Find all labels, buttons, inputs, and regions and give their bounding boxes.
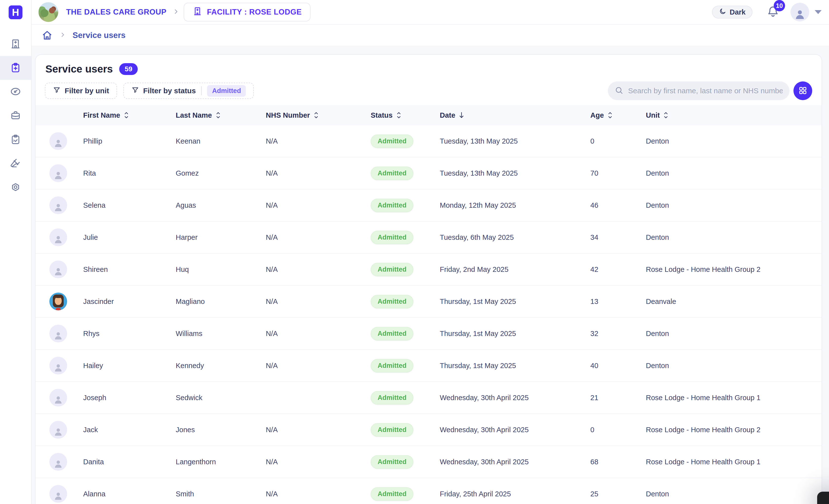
status-badge: Admitted [371, 134, 413, 148]
sidebar-item-service-users[interactable] [0, 56, 31, 80]
status-cell: Admitted [371, 295, 440, 308]
last-name-cell: Keenan [176, 137, 266, 145]
filter-by-unit-label: Filter by unit [65, 87, 109, 95]
status-cell: Admitted [371, 166, 440, 180]
facility-building-icon [10, 38, 21, 50]
dark-mode-toggle[interactable]: Dark [712, 6, 753, 18]
table-row[interactable]: Jack Jones N/A Admitted Wednesday, 30th … [36, 414, 822, 446]
nhs-number-cell: N/A [266, 426, 371, 434]
avatar-placeholder [49, 132, 67, 150]
status-badge: Admitted [371, 295, 413, 308]
table-header-first-name[interactable]: First Name [83, 111, 176, 119]
table-row[interactable]: Jascinder Magliano N/A Admitted Thursday… [36, 286, 822, 318]
nhs-number-cell: N/A [266, 362, 371, 370]
date-cell: Tuesday, 13th May 2025 [440, 137, 590, 145]
chevron-down-icon[interactable] [815, 10, 822, 14]
table-row[interactable]: Julie Harper N/A Admitted Tuesday, 6th M… [36, 222, 822, 254]
last-name-cell: Williams [176, 329, 266, 338]
breadcrumb-current-page[interactable]: Service users [73, 31, 125, 40]
date-cell: Thursday, 1st May 2025 [440, 329, 590, 338]
sidebar-item-facility[interactable] [0, 32, 31, 56]
status-badge: Admitted [371, 359, 413, 373]
table-row[interactable]: Danita Langenthorn N/A Admitted Wednesda… [36, 446, 822, 478]
table-row[interactable]: Phillip Keenan N/A Admitted Tuesday, 13t… [36, 125, 822, 157]
avatar-cell [36, 325, 83, 342]
nhs-number-cell: N/A [266, 137, 371, 145]
sidebar: H [0, 0, 32, 504]
person-icon [53, 395, 63, 406]
home-icon[interactable] [41, 30, 53, 41]
sidebar-item-tasks[interactable] [0, 128, 31, 152]
sidebar-item-workspace[interactable] [0, 104, 31, 128]
date-cell: Wednesday, 30th April 2025 [440, 426, 590, 434]
person-icon [794, 9, 806, 22]
facility-selector-button[interactable]: FACILITY : ROSE LODGE [184, 3, 311, 22]
first-name-cell: Selena [83, 201, 176, 209]
table-row[interactable]: Joseph Sedwick Admitted Wednesday, 30th … [36, 382, 822, 414]
person-icon [53, 363, 63, 375]
nhs-number-cell: N/A [266, 329, 371, 338]
table-header-unit[interactable]: Unit [646, 111, 822, 119]
status-badge: Admitted [371, 231, 413, 244]
filter-by-unit-button[interactable]: Filter by unit [45, 83, 117, 99]
table-row[interactable]: Rita Gomez N/A Admitted Tuesday, 13th Ma… [36, 157, 822, 190]
unit-cell: Rose Lodge - Home Health Group 2 [646, 265, 822, 274]
table-header-nhs-number[interactable]: NHS Number [266, 111, 371, 119]
age-cell: 0 [590, 137, 646, 145]
organisation-name[interactable]: THE DALES CARE GROUP [66, 8, 166, 16]
sidebar-item-dashboard[interactable] [0, 80, 31, 104]
sort-updown-icon [607, 111, 613, 119]
app-window: H [0, 0, 829, 504]
grid-view-button[interactable] [793, 81, 812, 100]
settings-nut-icon [10, 182, 21, 194]
last-name-cell: Sedwick [176, 394, 266, 402]
user-avatar[interactable] [791, 3, 809, 22]
table-header-row: First Name Last Name NHS Number Status D… [36, 105, 822, 125]
corner-floating-button[interactable] [817, 492, 829, 504]
age-cell: 34 [590, 233, 646, 241]
app-logo: H [9, 5, 23, 19]
search-input[interactable] [628, 87, 783, 95]
avatar-placeholder [49, 164, 67, 182]
avatar-placeholder [49, 357, 67, 375]
unit-cell: Denton [646, 137, 822, 145]
table-header-last-name[interactable]: Last Name [176, 111, 266, 119]
avatar-cell [36, 261, 83, 278]
age-cell: 46 [590, 201, 646, 209]
table-row[interactable]: Hailey Kennedy N/A Admitted Thursday, 1s… [36, 350, 822, 382]
person-icon [53, 139, 63, 150]
search-icon [615, 86, 623, 95]
sidebar-item-settings[interactable] [0, 176, 31, 200]
sort-updown-icon [396, 111, 402, 119]
unit-cell: Denton [646, 490, 822, 498]
divider [201, 86, 202, 95]
sort-updown-icon [215, 111, 221, 119]
avatar-cell [36, 453, 83, 471]
notifications-button[interactable]: 10 [767, 5, 779, 19]
table-row[interactable]: Alanna Smith N/A Admitted Friday, 25th A… [36, 478, 822, 504]
gavel-icon [10, 158, 21, 170]
table-header-age[interactable]: Age [590, 111, 646, 119]
date-cell: Tuesday, 13th May 2025 [440, 169, 590, 178]
avatar-cell [36, 389, 83, 406]
table-header-date[interactable]: Date [440, 111, 590, 119]
first-name-cell: Danita [83, 458, 176, 466]
nhs-number-cell: N/A [266, 458, 371, 466]
table-header-status[interactable]: Status [371, 111, 440, 119]
table-row[interactable]: Rhys Williams N/A Admitted Thursday, 1st… [36, 318, 822, 350]
filter-by-status-button[interactable]: Filter by status Admitted [123, 83, 254, 99]
organisation-avatar[interactable] [38, 2, 58, 22]
active-status-filter-chip[interactable]: Admitted [207, 85, 246, 97]
status-badge: Admitted [371, 487, 413, 501]
status-cell: Admitted [371, 327, 440, 341]
person-icon [53, 267, 63, 278]
table-row[interactable]: Shireen Huq N/A Admitted Friday, 2nd May… [36, 254, 822, 286]
age-cell: 40 [590, 362, 646, 370]
last-name-cell: Huq [176, 265, 266, 274]
table-row[interactable]: Selena Aguas N/A Admitted Monday, 12th M… [36, 190, 822, 222]
table-controls: Filter by unit Filter by status Admitted [45, 81, 812, 100]
age-cell: 68 [590, 458, 646, 466]
date-cell: Monday, 12th May 2025 [440, 201, 590, 209]
first-name-cell: Rhys [83, 329, 176, 338]
sidebar-item-legal[interactable] [0, 152, 31, 176]
